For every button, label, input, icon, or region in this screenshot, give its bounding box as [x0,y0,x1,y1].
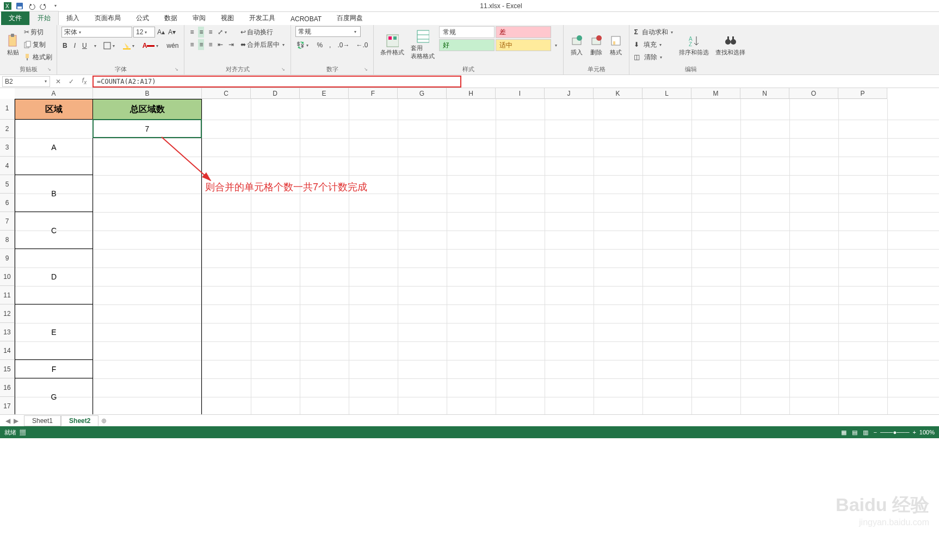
launcher-icon[interactable]: ↘ [280,67,286,73]
font-name-select[interactable]: 宋体▾ [61,27,132,38]
align-bottom-icon[interactable]: ≡ [207,27,213,38]
orientation-icon[interactable]: ⤢▾ [217,27,230,38]
phonetic-icon[interactable]: wén [165,40,180,51]
col-header[interactable]: G [398,88,447,99]
sheet-grid[interactable]: A B C D E F G H I J K L M N O P 1 2 3 4 … [0,88,939,414]
tab-formulas[interactable]: 公式 [128,11,157,25]
row-headers[interactable]: 1 2 3 4 5 6 7 8 9 10 11 12 13 14 15 16 1… [0,99,15,414]
font-color-icon[interactable]: A▾ [141,40,162,51]
formula-input[interactable]: =COUNTA(A2:A17) [92,76,461,88]
redo-icon[interactable] [39,2,48,10]
cell-merged-A[interactable]: B [15,175,93,212]
row-header[interactable]: 4 [0,157,15,175]
col-header[interactable]: E [300,88,349,99]
cell-B1[interactable]: 总区域数 [92,99,202,120]
copy-button[interactable]: 复制 [24,39,52,51]
col-header[interactable]: L [643,88,691,99]
row-header[interactable]: 9 [0,249,15,267]
view-normal-icon[interactable]: ▦ [841,429,847,436]
merge-button[interactable]: ⬌合并后居中▾ [240,39,286,51]
col-header[interactable]: N [740,88,789,99]
row-header[interactable]: 11 [0,286,15,304]
autosum-button[interactable]: Σ 自动求和▾ [634,26,675,38]
fill-color-icon[interactable]: ▾ [122,40,137,51]
cell-A1[interactable]: 区域 [15,99,93,120]
insert-cells-button[interactable]: 插入 [568,26,585,64]
fill-button[interactable]: ⬇ 填充▾ [634,39,675,51]
row-header[interactable]: 17 [0,397,15,414]
currency-icon[interactable]: 💱▾ [295,40,311,51]
row-header[interactable]: 15 [0,360,15,378]
align-top-icon[interactable]: ≡ [189,27,195,38]
name-box[interactable]: B2▾ [2,76,50,87]
launcher-icon[interactable]: ↘ [46,67,52,73]
style-bad[interactable]: 差 [496,26,551,38]
tab-insert[interactable]: 插入 [59,11,87,25]
col-header[interactable]: M [691,88,740,99]
format-cells-button[interactable]: 格式 [607,26,625,64]
delete-cells-button[interactable]: 删除 [588,26,605,64]
sheet-nav[interactable]: ◀▶ [0,417,24,425]
paste-button[interactable]: 粘贴 [4,26,22,64]
cond-format-button[interactable]: 条件格式 [378,26,406,64]
add-sheet-icon[interactable]: ⊕ [98,417,109,425]
tab-baidu[interactable]: 百度网盘 [329,11,370,25]
cut-button[interactable]: ✂剪切 [24,26,52,38]
col-header[interactable]: H [447,88,496,99]
row-header[interactable]: 3 [0,138,15,157]
row-header[interactable]: 2 [0,120,15,138]
comma-icon[interactable]: , [328,40,332,51]
table-format-button[interactable]: 套用 表格格式 [409,26,437,64]
zoom-control[interactable]: − ───●─── + 100% [874,429,935,435]
percent-icon[interactable]: % [316,40,324,51]
row-header[interactable]: 5 [0,175,15,194]
undo-icon[interactable] [27,2,36,10]
cell-merged-A[interactable]: F [15,359,93,378]
view-layout-icon[interactable]: ▤ [852,429,857,436]
tab-data[interactable]: 数据 [157,11,185,25]
tab-review[interactable]: 审阅 [185,11,213,25]
find-select-button[interactable]: 查找和选择 [713,26,748,64]
font-size-select[interactable]: 12▾ [133,27,155,38]
row-header[interactable]: 16 [0,378,15,397]
prev-sheet-icon[interactable]: ◀ [5,417,10,425]
row-header[interactable]: 6 [0,194,15,212]
macro-record-icon[interactable]: ▦ [20,429,26,435]
col-header[interactable]: C [202,88,251,99]
launcher-icon[interactable]: ↘ [362,67,369,73]
row-header[interactable]: 7 [0,212,15,231]
tab-home[interactable]: 开始 [29,11,59,25]
tab-dev[interactable]: 开发工具 [242,11,283,25]
underline-button[interactable]: U [81,40,88,51]
col-header[interactable]: I [496,88,545,99]
col-header[interactable]: P [838,88,887,99]
col-header[interactable]: F [349,88,398,99]
cells-area[interactable]: 区域 总区域数 7 ABCDEFG 则合并的单元格个数一共7个计数完成 [15,99,939,414]
col-header[interactable]: B [93,88,202,99]
col-header[interactable]: O [789,88,838,99]
italic-button[interactable]: I [73,40,77,51]
indent-dec-icon[interactable]: ⇤ [217,39,224,50]
clear-button[interactable]: ◫ 清除▾ [634,51,675,63]
zoom-level[interactable]: 100% [919,429,935,435]
border-icon[interactable]: ▾ [102,40,118,51]
col-header[interactable]: J [545,88,594,99]
zoom-out-icon[interactable]: − [874,429,877,435]
tab-view[interactable]: 视图 [213,11,242,25]
wrap-button[interactable]: ↩自动换行 [240,26,286,38]
tab-layout[interactable]: 页面布局 [87,11,128,25]
style-normal[interactable]: 常规 [439,26,495,38]
col-header[interactable]: K [594,88,643,99]
cell-merged-A[interactable]: C [15,211,93,249]
align-middle-icon[interactable]: ≡ [198,27,204,38]
style-more-icon[interactable]: ▾ [553,43,559,48]
cell-merged-A[interactable]: A [15,119,93,175]
view-break-icon[interactable]: ▥ [863,429,868,436]
style-neutral[interactable]: 适中 [496,39,551,51]
save-icon[interactable] [15,2,24,10]
next-sheet-icon[interactable]: ▶ [14,417,18,425]
cell-merged-A[interactable]: G [15,378,93,414]
bold-button[interactable]: B [61,40,69,51]
zoom-in-icon[interactable]: + [912,429,916,435]
sheet-tab-active[interactable]: Sheet2 [61,415,98,426]
